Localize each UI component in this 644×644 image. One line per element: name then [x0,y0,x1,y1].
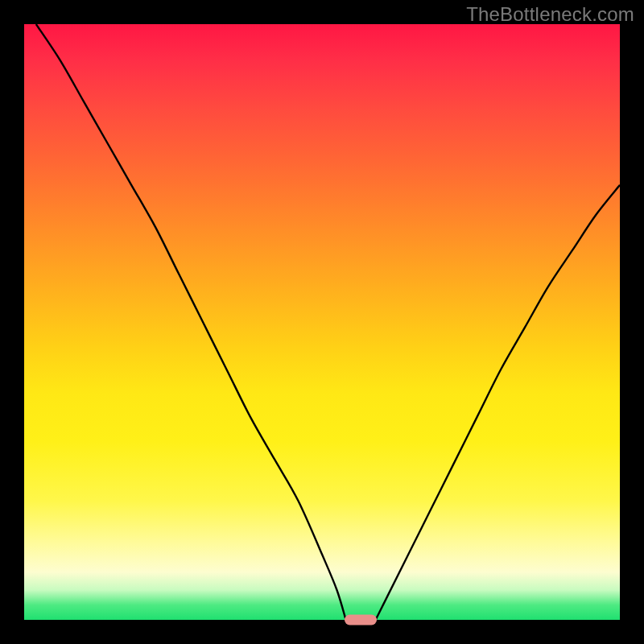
optimal-marker [345,615,377,625]
curve-svg [24,24,620,620]
chart-frame: TheBottleneck.com [0,0,644,644]
plot-area [24,24,620,620]
watermark-text: TheBottleneck.com [466,3,634,26]
bottleneck-curve-right [376,185,620,620]
bottleneck-curve-left [36,24,346,620]
